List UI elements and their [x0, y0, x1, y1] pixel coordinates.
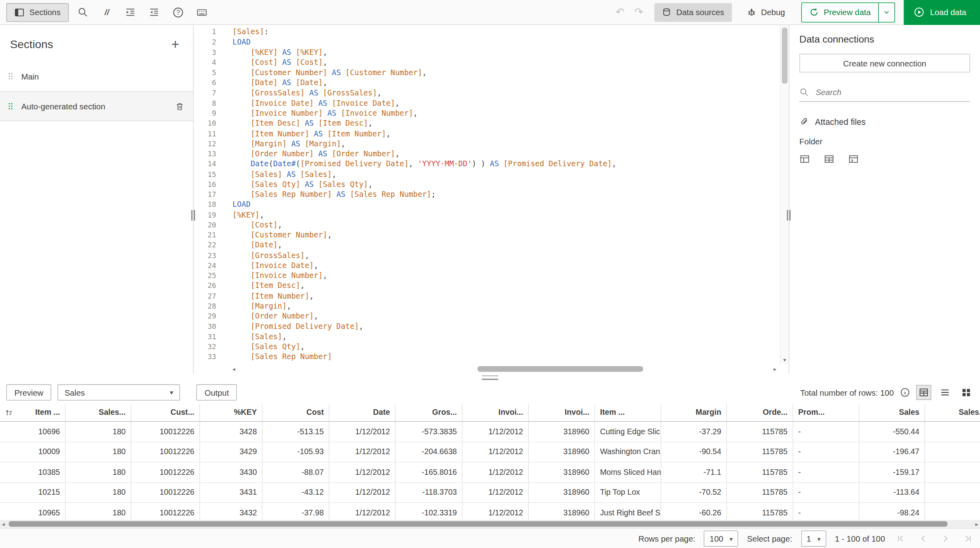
code-line[interactable]: 10 [Item Desc] AS [Item Desc], [194, 118, 780, 128]
code-line[interactable]: 8 [Invoice Date] AS [Invoice Date], [194, 98, 780, 108]
code-line[interactable]: 27 [Item Number], [194, 291, 780, 301]
panel-splitter[interactable] [0, 374, 980, 381]
editor-vertical-scrollbar[interactable]: ▾ [780, 25, 789, 364]
edit-connection-icon[interactable] [824, 154, 834, 165]
table-view-icon[interactable] [916, 385, 931, 400]
column-header[interactable]: Cust... [131, 404, 200, 421]
code-line[interactable]: 2LOAD [194, 37, 780, 47]
column-header[interactable]: Cost [263, 404, 329, 421]
create-connection-button[interactable]: Create new connection [799, 54, 970, 72]
column-header[interactable]: %KEY [200, 404, 263, 421]
load-data-button[interactable]: Load data [904, 0, 980, 25]
rows-per-page-select[interactable]: 100 ▾ [704, 531, 738, 547]
code-line[interactable]: 4 [Cost] AS [Cost], [194, 57, 780, 68]
script-editor[interactable]: 1[Sales]:2LOAD3 [%KEY] AS [%KEY],4 [Cost… [194, 25, 789, 374]
code-lines[interactable]: 1[Sales]:2LOAD3 [%KEY] AS [%KEY],4 [Cost… [194, 27, 780, 365]
code-line[interactable]: 3 [%KEY] AS [%KEY], [194, 47, 780, 58]
code-line[interactable]: 22 [Date], [194, 240, 780, 251]
sidebar-resize-handle[interactable] [191, 210, 196, 221]
connection-search-input[interactable] [814, 87, 970, 97]
last-page-icon[interactable] [961, 534, 975, 543]
sections-toggle-button[interactable]: Sections [6, 3, 69, 21]
column-header[interactable]: Sales [859, 404, 925, 421]
comment-icon[interactable]: // [97, 3, 116, 21]
select-data-icon[interactable] [799, 154, 810, 165]
code-line[interactable]: 29 [Order Number], [194, 311, 780, 322]
column-header[interactable]: Sales... [66, 404, 131, 421]
list-view-icon[interactable] [937, 385, 953, 400]
redo-icon[interactable]: ↷ [629, 6, 648, 19]
splitter-grip-icon[interactable] [482, 375, 498, 380]
info-icon[interactable] [900, 387, 910, 397]
shortcuts-icon[interactable] [193, 3, 211, 21]
table-row[interactable]: 10215180100122263431-43.121/12/2012-118.… [0, 483, 980, 503]
code-line[interactable]: 19[%KEY], [194, 210, 780, 220]
code-line[interactable]: 1[Sales]: [194, 27, 780, 37]
help-icon[interactable]: ? [169, 3, 187, 21]
table-picker-select[interactable]: Sales ▾ [58, 384, 180, 400]
code-line[interactable]: 28 [Margin], [194, 301, 780, 311]
debug-button[interactable]: Debug [739, 3, 793, 21]
code-line[interactable]: 23 [GrossSales], [194, 250, 780, 260]
table-row[interactable]: 10009180100122263429-105.931/12/2012-204… [0, 442, 980, 462]
drag-handle-icon[interactable] [9, 71, 14, 81]
column-header[interactable]: Prom... [793, 404, 859, 421]
search-icon[interactable] [74, 3, 92, 21]
first-page-icon[interactable] [894, 534, 908, 543]
column-header[interactable]: Orde... [727, 404, 793, 421]
grid-view-icon[interactable] [959, 385, 974, 400]
code-line[interactable]: 7 [GrossSales] AS [GrossSales], [194, 88, 780, 98]
preview-data-button[interactable]: Preview data [802, 3, 878, 21]
code-line[interactable]: 30 [Promised Delivery Date], [194, 321, 780, 332]
folder-connection-label[interactable]: Folder [799, 137, 970, 146]
output-tab-button[interactable]: Output [197, 384, 237, 400]
code-line[interactable]: 21 [Customer Number], [194, 230, 780, 240]
code-line[interactable]: 6 [Date] AS [Date], [194, 78, 780, 88]
code-line[interactable]: 25 [Invoice Number], [194, 270, 780, 281]
table-horizontal-scrollbar[interactable]: ◂ ▸ [0, 520, 980, 528]
insert-connection-string-icon[interactable] [848, 154, 859, 165]
editor-horizontal-scrollbar[interactable]: ◂ ▸ [230, 365, 779, 373]
next-page-icon[interactable] [939, 534, 953, 543]
outdent-icon[interactable] [145, 3, 164, 21]
scroll-down-icon[interactable]: ▾ [781, 357, 789, 363]
undo-icon[interactable]: ↶ [611, 6, 629, 19]
column-header[interactable]: Margin [661, 404, 727, 421]
sidebar-item-main[interactable]: Main [0, 61, 193, 91]
code-line[interactable]: 32 [Sales Qty], [194, 342, 780, 352]
code-line[interactable]: 16 [Sales Qty] AS [Sales Qty], [194, 179, 780, 190]
column-header[interactable]: Sales... [925, 404, 980, 421]
scroll-right-icon[interactable]: ▸ [771, 366, 779, 372]
code-line[interactable]: 9 [Invoice Number] AS [Invoice Number], [194, 108, 780, 119]
code-line[interactable]: 17 [Sales Rep Number] AS [Sales Rep Numb… [194, 189, 780, 200]
code-line[interactable]: 31 [Sales], [194, 332, 780, 342]
code-line[interactable]: 12 [Margin] AS [Margin], [194, 138, 780, 149]
code-line[interactable]: 20 [Cost], [194, 220, 780, 230]
scrollbar-track[interactable] [238, 366, 771, 372]
sidebar-item-auto-generated-section[interactable]: Auto-generated section [0, 91, 193, 121]
scroll-right-icon[interactable]: ▸ [975, 520, 978, 528]
scrollbar-thumb[interactable] [9, 521, 947, 527]
indent-icon[interactable] [121, 3, 140, 21]
add-section-button[interactable]: + [168, 37, 183, 51]
attached-files-item[interactable]: Attached files [799, 117, 970, 127]
code-line[interactable]: 33 [Sales Rep Number] [194, 352, 780, 362]
code-line[interactable]: 15 [Sales] AS [Sales], [194, 169, 780, 179]
code-line[interactable]: 14 Date(Date#([Promised Delivery Date], … [194, 159, 780, 169]
code-line[interactable]: 26 [Item Desc], [194, 281, 780, 291]
delete-section-icon[interactable] [175, 101, 185, 111]
scroll-left-icon[interactable]: ◂ [2, 520, 5, 528]
code-line[interactable]: 5 [Customer Number] AS [Customer Number]… [194, 68, 780, 78]
scrollbar-thumb[interactable] [478, 366, 643, 372]
code-line[interactable]: 34 [194, 362, 780, 364]
code-line[interactable]: 13 [Order Number] AS [Order Number], [194, 149, 780, 159]
table-row[interactable]: 10385180100122263430-88.071/12/2012-165.… [0, 462, 980, 483]
column-header[interactable]: Date [329, 404, 396, 421]
column-header[interactable]: Invoi... [462, 404, 529, 421]
page-select[interactable]: 1 ▾ [801, 531, 826, 547]
previous-page-icon[interactable] [916, 534, 930, 543]
code-line[interactable]: 18LOAD [194, 200, 780, 210]
preview-data-caret[interactable] [878, 3, 894, 21]
code-line[interactable]: 24 [Invoice Date], [194, 260, 780, 271]
preview-tab-button[interactable]: Preview [6, 384, 51, 400]
